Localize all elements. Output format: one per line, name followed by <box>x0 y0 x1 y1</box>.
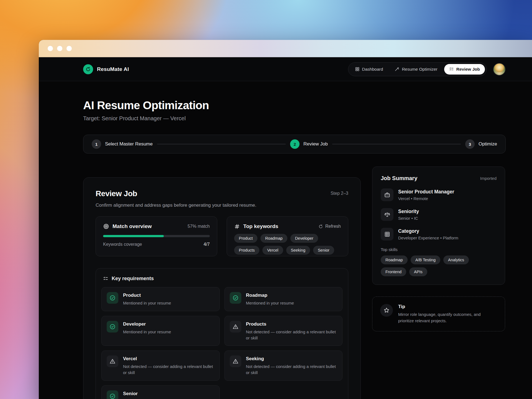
requirement-note: Not detected — consider adding a relevan… <box>246 329 337 341</box>
app-window: ResuMate AI Dashboard <box>39 40 532 399</box>
app-surface: ResuMate AI Dashboard <box>39 57 532 399</box>
page-title: AI Resume Optimization <box>83 99 506 112</box>
user-avatar[interactable] <box>493 63 506 76</box>
keyword-pill[interactable]: Vercel <box>262 246 283 255</box>
skill-pill[interactable]: APIs <box>409 267 427 276</box>
skill-pill[interactable]: Roadmap <box>381 255 408 264</box>
stepper: 1 Select Master Resume 2 Review Job 3 Op… <box>83 135 506 154</box>
grid-icon <box>381 228 393 241</box>
requirement-card[interactable]: Senior Mentioned in your resume <box>101 385 220 399</box>
requirement-note: Mentioned in your resume <box>246 300 294 306</box>
review-job-card: Review Job Step 2–3 Confirm alignment an… <box>83 177 361 399</box>
tip-title: Tip <box>398 304 490 310</box>
keyword-pill[interactable]: Roadmap <box>260 234 287 243</box>
requirement-name: Products <box>246 321 337 327</box>
coverage-label: Keywords coverage <box>103 242 142 247</box>
tip-card: Tip Mirror role language, quantify outco… <box>372 296 505 331</box>
imported-badge: Imported <box>480 176 497 181</box>
match-percent-label: 57% match <box>188 224 210 229</box>
refresh-label: Refresh <box>325 224 341 229</box>
warning-triangle-icon <box>107 355 118 367</box>
key-requirements-title: Key requirements <box>112 276 154 282</box>
check-circle-icon <box>107 390 118 399</box>
minimize-window-button[interactable] <box>57 46 62 51</box>
nav-item-label: Resume Optimizer <box>402 67 437 72</box>
requirement-name: Developer <box>123 321 171 327</box>
refresh-button[interactable]: Refresh <box>318 224 341 229</box>
step-label: Optimize <box>479 141 497 147</box>
nav-item-review-job[interactable]: Review Job <box>444 64 485 75</box>
nav-item-label: Dashboard <box>362 67 383 72</box>
keyword-pill[interactable]: Product <box>234 234 257 243</box>
requirement-name: Product <box>123 293 171 298</box>
checklist-icon <box>103 276 108 281</box>
checklist-icon <box>449 67 454 71</box>
warning-triangle-icon <box>230 321 241 332</box>
requirement-card[interactable]: Developer Mentioned in your resume <box>101 316 220 346</box>
requirement-name: Seeking <box>246 356 337 362</box>
skill-pill[interactable]: Analytics <box>443 255 469 264</box>
requirement-card[interactable]: Roadmap Mentioned in your resume <box>224 287 343 311</box>
requirement-name: Senior <box>123 391 171 397</box>
star-icon <box>380 304 393 317</box>
keyword-pill[interactable]: Senior <box>313 246 334 255</box>
top-navigation: ResuMate AI Dashboard <box>39 57 532 81</box>
nav-item-dashboard[interactable]: Dashboard <box>350 64 388 75</box>
requirement-note: Mentioned in your resume <box>123 329 171 335</box>
requirement-card[interactable]: Product Mentioned in your resume <box>101 287 220 311</box>
top-skills-label: Top skills <box>381 247 497 252</box>
close-window-button[interactable] <box>48 46 53 51</box>
keyword-pills: Product Roadmap Developer Products Verce… <box>234 234 341 255</box>
zoom-window-button[interactable] <box>66 46 72 51</box>
step-optimize[interactable]: 3 Optimize <box>465 139 497 149</box>
page-content: AI Resume Optimization Target: Senior Pr… <box>39 81 532 399</box>
step-label: Review Job <box>303 141 328 147</box>
category-value: Developer Experience • Platform <box>398 236 458 240</box>
step-number: 1 <box>92 139 101 149</box>
keyword-pill[interactable]: Developer <box>290 234 318 243</box>
requirement-note: Not detected — consider adding a relevan… <box>123 364 214 376</box>
match-progress-fill <box>103 235 164 237</box>
job-title: Senior Product Manager <box>398 189 454 195</box>
scales-icon <box>381 208 393 221</box>
nav-item-resume-optimizer[interactable]: Resume Optimizer <box>390 64 442 75</box>
job-subtitle: Vercel • Remote <box>398 196 454 201</box>
job-summary-row: Category Developer Experience • Platform <box>381 228 497 241</box>
job-summary-card: Job Summary Imported <box>372 167 505 285</box>
nav-pills: Dashboard Resume Optimizer <box>348 62 487 76</box>
skill-pill[interactable]: Frontend <box>381 267 406 276</box>
skill-pill[interactable]: A/B Testing <box>411 255 440 264</box>
hash-icon <box>234 224 240 229</box>
requirement-name: Vercel <box>123 356 214 362</box>
dashboard-grid-icon <box>355 67 360 71</box>
seniority-value: Senior • IC <box>398 216 419 221</box>
requirement-card[interactable]: Seeking Not detected — consider adding a… <box>224 351 343 381</box>
requirement-name: Roadmap <box>246 293 294 298</box>
keyword-pill[interactable]: Seeking <box>286 246 310 255</box>
step-select-master-resume[interactable]: 1 Select Master Resume <box>92 139 153 149</box>
step-review-job[interactable]: 2 Review Job <box>290 139 328 149</box>
top-keywords-title: Top keywords <box>243 223 278 229</box>
requirement-note: Mentioned in your resume <box>123 300 171 306</box>
keyword-pill[interactable]: Products <box>234 246 259 255</box>
review-card-title: Review Job <box>96 189 137 198</box>
match-overview-title: Match overview <box>112 223 152 229</box>
check-circle-icon <box>107 321 118 332</box>
step-connector <box>332 144 461 144</box>
step-number: 2 <box>290 139 300 149</box>
wand-icon <box>395 67 399 71</box>
requirement-card[interactable]: Vercel Not detected — consider adding a … <box>101 351 220 381</box>
top-keywords-card: Top keywords Refresh <box>227 216 348 256</box>
step-connector <box>157 144 286 144</box>
brand[interactable]: ResuMate AI <box>83 64 129 74</box>
sidebar: Job Summary Imported <box>372 167 505 331</box>
key-requirements-grid: Product Mentioned in your resume <box>101 287 342 399</box>
target-icon <box>103 223 109 229</box>
job-summary-title: Job Summary <box>381 175 417 181</box>
key-requirements-section: Key requirements Product <box>96 268 348 399</box>
step-note: Step 2–3 <box>331 191 348 196</box>
page-subtitle: Target: Senior Product Manager — Vercel <box>83 115 506 122</box>
requirement-card[interactable]: Products Not detected — consider adding … <box>224 316 343 346</box>
window-titlebar <box>39 40 532 57</box>
category-title: Category <box>398 228 458 234</box>
